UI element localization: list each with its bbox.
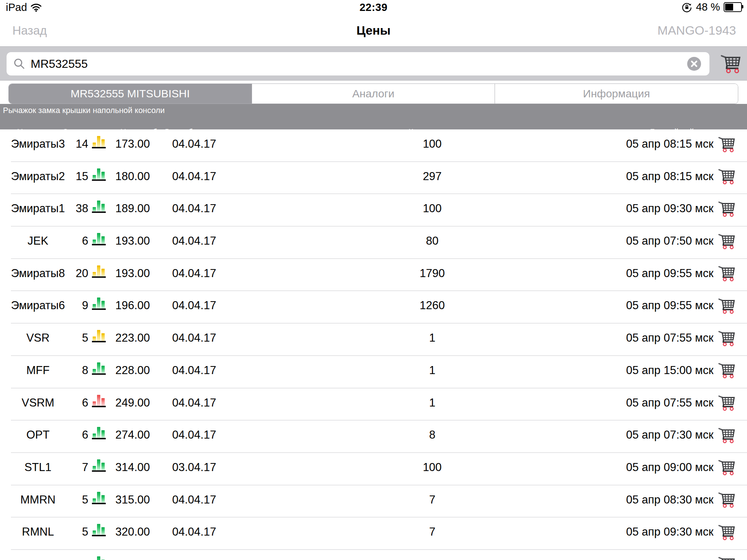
table-row[interactable]: STL1 7 314.00 03.04.17 100 05 апр 09:00 … bbox=[0, 453, 747, 485]
nearest-order: 05 апр 09:30 мск bbox=[568, 517, 713, 539]
price: 189.00 bbox=[98, 194, 150, 215]
clear-search-button[interactable] bbox=[687, 57, 701, 71]
quantity: 7 bbox=[396, 517, 469, 539]
cart-button[interactable] bbox=[719, 52, 742, 76]
price: 328.00 bbox=[98, 550, 150, 560]
table-row[interactable]: VSR 5 223.00 04.04.17 1 05 апр 07:55 мск bbox=[0, 323, 747, 356]
tab-bar: MR532555 MITSUBISHI Аналоги Информация bbox=[8, 83, 738, 104]
updated-date: 04.04.17 bbox=[172, 517, 216, 539]
updated-date: 04.04.17 bbox=[172, 388, 216, 410]
status-bar: iPad 22:39 48 % bbox=[0, 0, 747, 15]
battery-percent: 48 % bbox=[696, 1, 720, 13]
quantity: 100 bbox=[396, 129, 469, 151]
updated-date: 04.04.17 bbox=[172, 129, 216, 151]
price: 193.00 bbox=[98, 226, 150, 248]
table-row[interactable]: MMRN 5 315.00 04.04.17 7 05 апр 08:30 мс… bbox=[0, 485, 747, 518]
tab-article[interactable]: MR532555 MITSUBISHI bbox=[9, 84, 252, 104]
search-strip: MR532555 bbox=[0, 46, 747, 81]
table-row[interactable]: Эмираты1 38 189.00 04.04.17 100 05 апр 0… bbox=[0, 194, 747, 226]
add-to-cart-button[interactable] bbox=[717, 457, 736, 481]
cart-icon bbox=[717, 167, 736, 186]
status-time: 22:39 bbox=[0, 1, 747, 13]
cart-icon bbox=[717, 361, 736, 380]
nearest-order: 05 апр 07:55 мск bbox=[568, 388, 713, 410]
quantity: 1260 bbox=[396, 291, 469, 312]
add-to-cart-button[interactable] bbox=[717, 134, 736, 157]
table-row[interactable]: OPT 6 274.00 04.04.17 8 05 апр 07:30 мск bbox=[0, 420, 747, 453]
nearest-order: 05 апр 07:55 мск bbox=[568, 323, 713, 345]
delivery-days: 6 bbox=[55, 420, 88, 442]
nearest-order: 05 апр 09:55 мск bbox=[568, 291, 713, 312]
price: 315.00 bbox=[98, 485, 150, 507]
delivery-days: 5 bbox=[55, 517, 88, 539]
quantity: 8 bbox=[396, 420, 469, 442]
nav-bar: Назад Цены MANGO-1943 bbox=[0, 15, 747, 46]
cart-icon bbox=[719, 52, 742, 75]
nearest-order: 05 апр 09:55 мск bbox=[568, 259, 713, 280]
add-to-cart-button[interactable] bbox=[717, 328, 736, 351]
search-input[interactable]: MR532555 bbox=[7, 52, 709, 75]
cart-icon bbox=[717, 393, 736, 412]
updated-date: 04.04.17 bbox=[172, 194, 216, 215]
add-to-cart-button[interactable] bbox=[717, 295, 736, 319]
page-title: Цены bbox=[0, 15, 747, 46]
price: 193.00 bbox=[98, 259, 150, 280]
table-row[interactable]: KSM1 7 328.00 04.04.17 100 05 апр 07:00 … bbox=[0, 550, 747, 560]
quantity: 1 bbox=[396, 356, 469, 377]
price: 180.00 bbox=[98, 162, 150, 183]
add-to-cart-button[interactable] bbox=[717, 522, 736, 545]
nearest-order: 05 апр 07:00 мск bbox=[568, 550, 713, 560]
delivery-days: 7 bbox=[55, 453, 88, 474]
add-to-cart-button[interactable] bbox=[717, 263, 736, 287]
updated-date: 04.04.17 bbox=[172, 420, 216, 442]
quantity: 297 bbox=[396, 162, 469, 183]
quantity: 1790 bbox=[396, 259, 469, 280]
tab-information[interactable]: Информация bbox=[495, 84, 738, 104]
quantity: 80 bbox=[396, 226, 469, 248]
add-to-cart-button[interactable] bbox=[717, 393, 736, 416]
updated-date: 04.04.17 bbox=[172, 323, 216, 345]
user-account-label: MANGO-1943 bbox=[658, 15, 736, 46]
updated-date: 04.04.17 bbox=[172, 356, 216, 377]
updated-date: 04.04.17 bbox=[172, 259, 216, 280]
price: 320.00 bbox=[98, 517, 150, 539]
quantity: 100 bbox=[396, 194, 469, 215]
delivery-days: 20 bbox=[55, 259, 88, 280]
delivery-days: 38 bbox=[55, 194, 88, 215]
table-row[interactable]: RMNL 5 320.00 04.04.17 7 05 апр 09:30 мс… bbox=[0, 517, 747, 550]
quantity: 7 bbox=[396, 485, 469, 507]
table-row[interactable]: Эмираты8 20 193.00 04.04.17 1790 05 апр … bbox=[0, 259, 747, 291]
price: 228.00 bbox=[98, 356, 150, 377]
price-table: Эмираты3 14 173.00 04.04.17 100 05 апр 0… bbox=[0, 129, 747, 560]
nearest-order: 05 апр 09:30 мск bbox=[568, 194, 713, 215]
add-to-cart-button[interactable] bbox=[717, 490, 736, 513]
add-to-cart-button[interactable] bbox=[717, 360, 736, 384]
tab-analogs[interactable]: Аналоги bbox=[252, 84, 495, 104]
add-to-cart-button[interactable] bbox=[717, 198, 736, 222]
cart-icon bbox=[717, 522, 736, 541]
add-to-cart-button[interactable] bbox=[717, 425, 736, 448]
table-header: Рычажок замка крышки напольной консоли Н… bbox=[0, 104, 747, 129]
nearest-order: 05 апр 07:50 мск bbox=[568, 226, 713, 248]
table-row[interactable]: VSRM 6 249.00 04.04.17 1 05 апр 07:55 мс… bbox=[0, 388, 747, 421]
updated-date: 04.04.17 bbox=[172, 550, 216, 560]
table-row[interactable]: Эмираты3 14 173.00 04.04.17 100 05 апр 0… bbox=[0, 129, 747, 162]
clear-icon bbox=[687, 57, 701, 71]
product-description: Рычажок замка крышки напольной консоли bbox=[3, 106, 165, 115]
table-row[interactable]: JEK 6 193.00 04.04.17 80 05 апр 07:50 мс… bbox=[0, 226, 747, 259]
cart-icon bbox=[717, 425, 736, 444]
search-query-text: MR532555 bbox=[31, 57, 687, 71]
table-row[interactable]: Эмираты2 15 180.00 04.04.17 297 05 апр 0… bbox=[0, 162, 747, 194]
delivery-days: 6 bbox=[55, 226, 88, 248]
add-to-cart-button[interactable] bbox=[717, 166, 736, 190]
table-row[interactable]: Эмираты6 9 196.00 04.04.17 1260 05 апр 0… bbox=[0, 291, 747, 323]
price: 173.00 bbox=[98, 129, 150, 151]
add-to-cart-button[interactable] bbox=[717, 231, 736, 254]
delivery-days: 5 bbox=[55, 323, 88, 345]
updated-date: 04.04.17 bbox=[172, 485, 216, 507]
add-to-cart-button[interactable] bbox=[717, 554, 736, 560]
table-row[interactable]: MFF 8 228.00 04.04.17 1 05 апр 15:00 мск bbox=[0, 356, 747, 388]
prices-screen: iPad 22:39 48 % Назад Цены MANGO-1943 bbox=[0, 0, 747, 560]
search-icon bbox=[13, 58, 26, 70]
cart-icon bbox=[717, 555, 736, 560]
